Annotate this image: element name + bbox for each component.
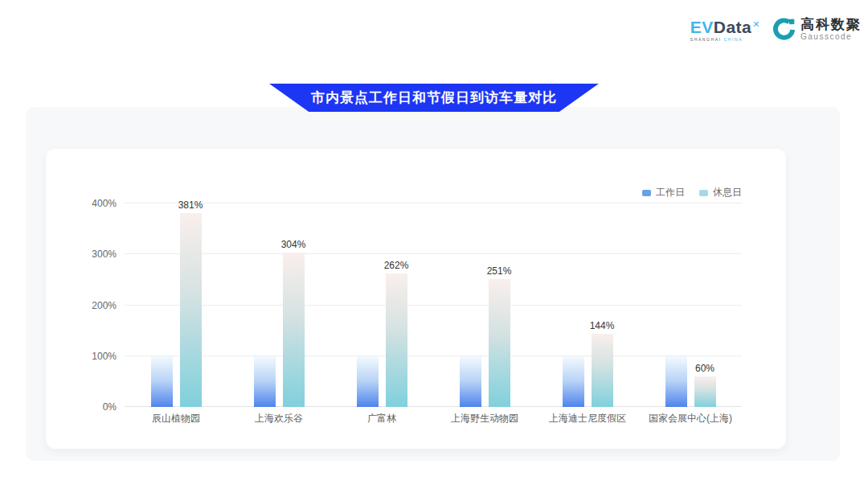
y-tick-300%: 300% xyxy=(78,249,117,260)
restday-bar-wrap: 381% xyxy=(180,203,202,407)
value-label: 381% xyxy=(178,199,203,211)
chart-legend: 工作日 休息日 xyxy=(642,186,742,199)
restday-bar[interactable]: 60% xyxy=(694,376,716,407)
x-axis-label: 辰山植物园 xyxy=(125,412,227,425)
bar-group: 144% xyxy=(536,203,639,407)
restday-bar-wrap: 262% xyxy=(386,203,407,407)
bar-group: 262% xyxy=(330,203,433,407)
value-label: 262% xyxy=(384,260,409,271)
title-banner: 市内景点工作日和节假日到访车量对比 xyxy=(269,84,599,112)
x-axis-label: 上海欢乐谷 xyxy=(227,412,330,425)
value-label: 60% xyxy=(695,363,714,374)
workday-bar[interactable] xyxy=(665,356,687,407)
restday-bar-wrap: 60% xyxy=(694,203,716,407)
gausscode-en-label: Gausscode xyxy=(800,33,862,41)
workday-bar[interactable] xyxy=(460,356,481,407)
evdata-wordmark: EVData✕ xyxy=(690,19,760,35)
restday-bar-wrap: 304% xyxy=(283,203,305,407)
y-tick-100%: 100% xyxy=(78,351,117,362)
gausscode-icon xyxy=(771,16,796,42)
bar-group: 304% xyxy=(227,203,330,407)
restday-bar[interactable]: 251% xyxy=(489,279,510,407)
legend-restday-label: 休息日 xyxy=(713,186,742,199)
y-tick-0%: 0% xyxy=(78,401,117,413)
legend-item-restday[interactable]: 休息日 xyxy=(699,186,742,199)
x-axis-labels: 辰山植物园上海欢乐谷广富林上海野生动物园上海迪士尼度假区国家会展中心(上海) xyxy=(125,412,742,425)
evdata-logo: EVData✕ SHANGHAI CHINA xyxy=(690,16,760,42)
legend-workday-label: 工作日 xyxy=(656,186,685,199)
bar-groups: 381%304%262%251%144%60% xyxy=(125,203,742,407)
evdata-subtext: SHANGHAI CHINA xyxy=(690,37,743,42)
workday-bar[interactable] xyxy=(151,356,173,407)
x-axis-label: 广富林 xyxy=(330,412,433,425)
evdata-sub-right: CHINA xyxy=(724,37,743,42)
x-axis-label: 上海迪士尼度假区 xyxy=(536,412,639,425)
evdata-sub-left: SHANGHAI xyxy=(690,37,722,42)
x-axis-label: 上海野生动物园 xyxy=(433,412,536,425)
evdata-ev-text: EV xyxy=(690,18,714,36)
y-tick-200%: 200% xyxy=(78,300,117,311)
restday-swatch-icon xyxy=(699,190,708,196)
workday-swatch-icon xyxy=(642,190,651,196)
gausscode-logo: 高科数聚 Gausscode xyxy=(771,16,862,42)
evdata-data-text: Data xyxy=(714,18,752,36)
evdata-x-icon: ✕ xyxy=(752,19,760,29)
bar-group: 381% xyxy=(125,203,227,407)
legend-item-workday[interactable]: 工作日 xyxy=(642,186,685,199)
restday-bar[interactable]: 381% xyxy=(180,213,202,407)
x-axis-label: 国家会展中心(上海) xyxy=(639,412,742,425)
chart-card: 工作日 休息日 0%100%200%300%400%381%304%262%25… xyxy=(46,149,786,449)
page-title: 市内景点工作日和节假日到访车量对比 xyxy=(311,88,557,107)
workday-bar[interactable] xyxy=(563,356,584,407)
gausscode-cn-label: 高科数聚 xyxy=(800,18,862,31)
restday-bar-wrap: 144% xyxy=(592,203,613,407)
workday-bar[interactable] xyxy=(254,356,276,407)
restday-bar-wrap: 251% xyxy=(489,203,510,407)
bar-group: 60% xyxy=(639,203,742,407)
restday-bar[interactable]: 144% xyxy=(592,334,613,407)
value-label: 304% xyxy=(281,239,306,250)
plot-area: 0%100%200%300%400%381%304%262%251%144%60… xyxy=(125,203,742,407)
value-label: 251% xyxy=(487,265,512,277)
bar-group: 251% xyxy=(433,203,536,407)
header-logos: EVData✕ SHANGHAI CHINA 高科数聚 Gausscode xyxy=(690,16,862,42)
value-label: 144% xyxy=(590,320,615,331)
workday-bar[interactable] xyxy=(357,356,379,407)
restday-bar[interactable]: 304% xyxy=(283,253,305,407)
y-tick-400%: 400% xyxy=(78,198,117,209)
restday-bar[interactable]: 262% xyxy=(386,273,407,407)
